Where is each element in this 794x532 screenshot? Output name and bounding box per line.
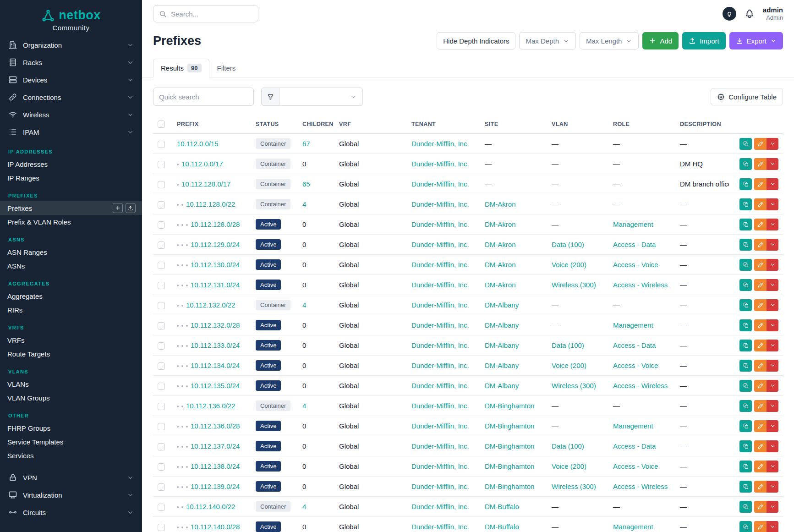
filter-button[interactable] [261, 88, 279, 106]
sidebar-item-ip-ranges[interactable]: IP Ranges [0, 171, 142, 185]
prefix-link[interactable]: 10.112.129.0/24 [191, 241, 240, 248]
tenant-link[interactable]: Dunder-Mifflin, Inc. [411, 140, 469, 148]
clone-button[interactable] [739, 521, 752, 532]
tab-filters[interactable]: Filters [209, 59, 244, 77]
children-count-link[interactable]: 65 [302, 180, 310, 188]
edit-button[interactable] [754, 360, 767, 372]
row-checkbox[interactable] [158, 241, 165, 249]
edit-button[interactable] [754, 138, 767, 150]
column-header-role[interactable]: ROLE [608, 115, 675, 134]
tenant-link[interactable]: Dunder-Mifflin, Inc. [411, 160, 469, 168]
prefix-link[interactable]: 10.112.128.0/17 [181, 180, 230, 188]
site-link[interactable]: DM-Buffalo [485, 503, 519, 510]
vlan-link[interactable]: Data (100) [552, 341, 584, 349]
row-dropdown-button[interactable] [767, 299, 778, 311]
prefix-link[interactable]: 10.112.136.0/22 [186, 402, 235, 410]
row-checkbox[interactable] [158, 201, 165, 208]
role-link[interactable]: Access - Voice [613, 462, 658, 470]
role-link[interactable]: Access - Wireless [613, 483, 668, 490]
column-header-vrf[interactable]: VRF [334, 115, 407, 134]
sidebar-item-vpn[interactable]: VPN [0, 469, 142, 486]
site-link[interactable]: DM-Albany [485, 321, 519, 329]
prefix-link[interactable]: 10.112.133.0/24 [191, 341, 240, 349]
clone-button[interactable] [739, 239, 752, 251]
row-dropdown-button[interactable] [767, 380, 778, 392]
tenant-link[interactable]: Dunder-Mifflin, Inc. [411, 382, 469, 389]
clone-button[interactable] [739, 360, 752, 372]
site-link[interactable]: DM-Akron [485, 281, 516, 289]
notifications-bell-icon[interactable] [745, 9, 755, 19]
vlan-link[interactable]: Voice (200) [552, 261, 586, 269]
sidebar-item-vlan-groups[interactable]: VLAN Groups [0, 391, 142, 405]
clone-button[interactable] [739, 219, 752, 230]
row-dropdown-button[interactable] [767, 239, 778, 251]
clone-button[interactable] [739, 440, 752, 452]
prefix-link[interactable]: 10.112.137.0/24 [191, 442, 240, 450]
row-checkbox[interactable] [158, 262, 165, 269]
row-checkbox[interactable] [158, 322, 165, 329]
clone-button[interactable] [739, 158, 752, 170]
row-checkbox[interactable] [158, 524, 165, 531]
column-header-vlan[interactable]: VLAN [547, 115, 608, 134]
edit-button[interactable] [754, 299, 767, 311]
row-checkbox[interactable] [158, 282, 165, 289]
row-dropdown-button[interactable] [767, 259, 778, 271]
row-checkbox[interactable] [158, 302, 165, 309]
row-dropdown-button[interactable] [767, 521, 778, 532]
role-link[interactable]: Management [613, 523, 653, 531]
clone-button[interactable] [739, 259, 752, 271]
edit-button[interactable] [754, 158, 767, 170]
user-menu[interactable]: admin Admin [763, 6, 783, 22]
import-button[interactable]: Import [682, 32, 726, 49]
edit-button[interactable] [754, 319, 767, 331]
children-count-link[interactable]: 4 [302, 301, 306, 309]
prefix-link[interactable]: 10.112.131.0/24 [191, 281, 240, 289]
role-link[interactable]: Access - Data [613, 241, 656, 248]
sidebar-item-ipam[interactable]: IPAM [0, 123, 142, 141]
clone-button[interactable] [739, 178, 752, 190]
prefix-link[interactable]: 10.112.128.0/28 [191, 220, 240, 228]
row-dropdown-button[interactable] [767, 158, 778, 170]
clone-button[interactable] [739, 501, 752, 513]
tenant-link[interactable]: Dunder-Mifflin, Inc. [411, 503, 469, 510]
sidebar-item-rirs[interactable]: RIRs [0, 303, 142, 317]
row-dropdown-button[interactable] [767, 138, 778, 150]
sidebar-item-connections[interactable]: Connections [0, 88, 142, 106]
edit-button[interactable] [754, 340, 767, 351]
tenant-link[interactable]: Dunder-Mifflin, Inc. [411, 321, 469, 329]
site-link[interactable]: DM-Binghamton [485, 462, 534, 470]
role-link[interactable]: Access - Wireless [613, 281, 668, 289]
edit-button[interactable] [754, 380, 767, 392]
theme-toggle-button[interactable] [723, 7, 736, 21]
edit-button[interactable] [754, 420, 767, 432]
column-header-description[interactable]: DESCRIPTION [675, 115, 729, 134]
row-checkbox[interactable] [158, 403, 165, 410]
row-dropdown-button[interactable] [767, 279, 778, 291]
row-dropdown-button[interactable] [767, 440, 778, 452]
site-link[interactable]: DM-Akron [485, 220, 516, 228]
row-dropdown-button[interactable] [767, 501, 778, 513]
sidebar-item-service-templates[interactable]: Service Templates [0, 435, 142, 449]
edit-button[interactable] [754, 239, 767, 251]
children-count-link[interactable]: 67 [302, 140, 310, 148]
sidebar-item-organization[interactable]: Organization [0, 36, 142, 54]
max-length-dropdown[interactable]: Max Length [580, 32, 639, 49]
column-header-site[interactable]: SITE [480, 115, 547, 134]
row-dropdown-button[interactable] [767, 178, 778, 190]
saved-filter-select[interactable] [279, 88, 363, 106]
site-link[interactable]: DM-Albany [485, 301, 519, 309]
row-dropdown-button[interactable] [767, 360, 778, 372]
column-header-prefix[interactable]: PREFIX [172, 115, 251, 134]
prefix-link[interactable]: 10.112.0.0/15 [177, 140, 219, 148]
clone-button[interactable] [739, 481, 752, 493]
role-link[interactable]: Management [613, 220, 653, 228]
row-checkbox[interactable] [158, 483, 165, 491]
add-button[interactable]: Add [642, 32, 679, 49]
tenant-link[interactable]: Dunder-Mifflin, Inc. [411, 261, 469, 269]
row-dropdown-button[interactable] [767, 481, 778, 493]
sidebar-item-services[interactable]: Services [0, 449, 142, 462]
role-link[interactable]: Access - Voice [613, 362, 658, 369]
role-link[interactable]: Management [613, 422, 653, 430]
vlan-link[interactable]: Data (100) [552, 442, 584, 450]
site-link[interactable]: DM-Binghamton [485, 483, 534, 490]
